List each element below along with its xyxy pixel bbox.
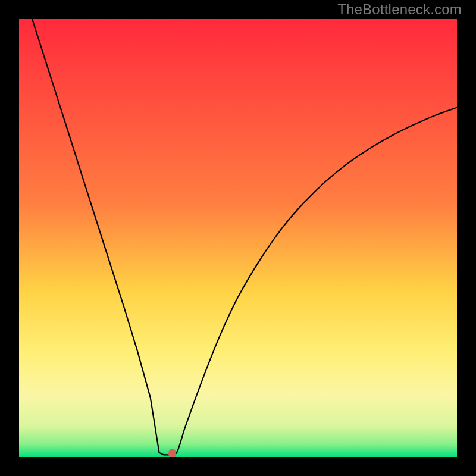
bottleneck-chart [19, 19, 457, 457]
gradient-background [19, 19, 457, 457]
watermark-text: TheBottleneck.com [337, 1, 462, 18]
plot-frame [19, 19, 457, 457]
chart-container: TheBottleneck.com [0, 0, 476, 476]
